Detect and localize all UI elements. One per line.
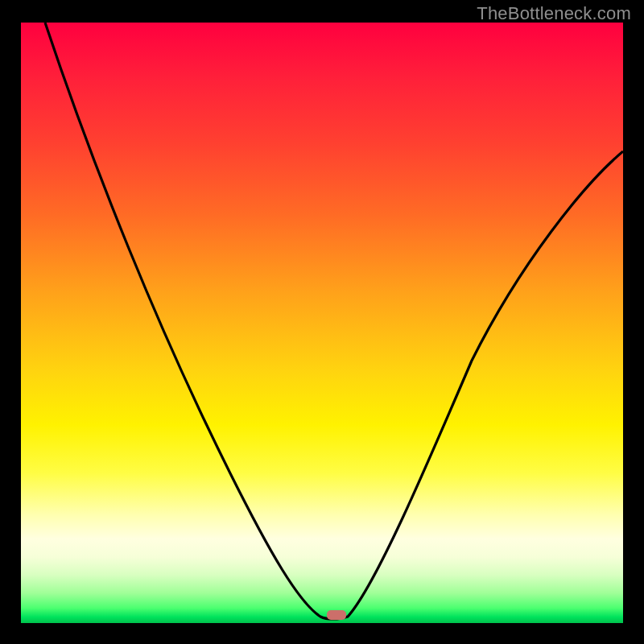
chart-frame: TheBottleneck.com [0, 0, 644, 644]
optimum-marker [327, 610, 346, 620]
chart-plot-area [21, 23, 623, 623]
watermark-text: TheBottleneck.com [477, 3, 631, 24]
bottleneck-curve [21, 23, 623, 623]
